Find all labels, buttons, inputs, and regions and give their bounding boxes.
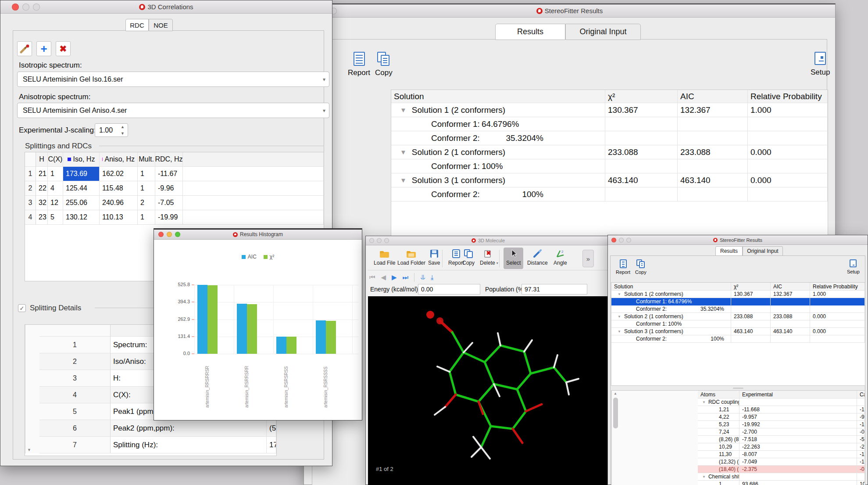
calculated-value[interactable]: -5.638 — [857, 436, 865, 443]
calculated-value[interactable]: -10.157 — [857, 406, 865, 413]
atoms-cell[interactable]: 1 — [698, 481, 739, 485]
aic-value[interactable]: 132.367 — [678, 103, 748, 117]
angle-button[interactable]: 2Angle — [551, 248, 570, 269]
cell-iso[interactable]: 125.44 — [63, 181, 100, 196]
verify-button[interactable] — [17, 41, 32, 56]
tab-original-input[interactable]: Original Input — [565, 24, 641, 40]
copy-button[interactable]: Copy — [635, 259, 647, 275]
calculated-value[interactable]: 100.910 — [857, 481, 865, 485]
atoms-cell[interactable]: 11,30 — [698, 451, 739, 458]
stepper-down-icon[interactable]: ▼ — [121, 131, 125, 136]
experimental-value[interactable]: -9.957 — [739, 413, 857, 421]
col-header-iso[interactable]: Iso, Hz — [63, 152, 100, 167]
tab-results[interactable]: Results — [495, 24, 565, 40]
calculated-value[interactable]: -0.432 — [857, 428, 865, 436]
cell-rdc[interactable]: -19.99 — [155, 210, 183, 225]
titlebar[interactable]: 3D Molecule — [366, 236, 611, 245]
molecule-canvas[interactable]: #1 of 2 — [368, 296, 610, 485]
detail-value[interactable]: 173.69 — [267, 437, 276, 453]
aic-value[interactable]: 463.140 — [771, 328, 810, 335]
cell-h[interactable]: 32 — [36, 196, 48, 210]
zoom-button[interactable] — [384, 238, 389, 243]
detail-property[interactable]: Splitting (Hz): — [111, 437, 267, 453]
chi2-value[interactable]: 463.140 — [731, 328, 771, 335]
col-header-rdc[interactable]: RDC, Hz — [155, 152, 183, 167]
jscaling-stepper[interactable]: 1.00 ▲ ▼ — [95, 123, 128, 137]
load-file-button[interactable]: Load File — [371, 248, 398, 269]
cell-cx[interactable]: 4 — [48, 181, 63, 196]
experimental-value[interactable]: -8.007 — [739, 451, 857, 458]
play-button[interactable]: ▶ — [392, 273, 397, 281]
scroll-thumb[interactable] — [613, 398, 618, 428]
close-button[interactable] — [369, 238, 374, 243]
save-button[interactable]: Save — [425, 248, 443, 269]
solution-row[interactable]: ▼Solution 3 (1 conformers) — [391, 173, 605, 187]
group-row[interactable]: ▼RDC couplings (Hz) — [698, 399, 739, 406]
minimize-button[interactable] — [619, 237, 624, 242]
distance-button[interactable]: Distance — [525, 248, 550, 269]
solution-row[interactable]: ▼Solution 3 (1 conformers) — [611, 328, 731, 335]
scrollbar-vertical[interactable]: ▲ — [611, 391, 698, 485]
titlebar[interactable]: 3D Correlations — [0, 0, 332, 14]
copy-button[interactable]: Copy — [375, 52, 393, 77]
cell-aniso[interactable]: 115.48 — [100, 181, 138, 196]
experimental-value[interactable]: 93.686 — [739, 481, 857, 485]
detail-value[interactable]: (5.889, -0.685) — [267, 420, 276, 437]
splitter-handle[interactable] — [611, 386, 865, 390]
prev-frame-button[interactable]: ◀ — [381, 273, 386, 281]
disclosure-triangle-icon[interactable]: ▼ — [702, 475, 706, 479]
probability-value[interactable]: 1.000 — [748, 103, 828, 117]
col-header-mult[interactable]: Mult. — [138, 152, 155, 167]
chi2-value[interactable]: 463.140 — [605, 173, 678, 187]
col-header-1[interactable]: Experimental — [739, 391, 857, 399]
conformer-row[interactable]: Conformer 1: 64.6796% — [611, 298, 731, 305]
cell-h[interactable]: 21 — [36, 167, 48, 181]
last-frame-button[interactable]: ⏭ — [403, 273, 409, 281]
atoms-cell[interactable]: 5,23 — [698, 421, 739, 428]
setup-button[interactable]: Setup — [847, 259, 860, 274]
cell-rdc[interactable]: -11.67 — [155, 167, 183, 181]
delete-button[interactable]: ✖Delete▾ — [477, 248, 501, 269]
disclosure-triangle-icon[interactable]: ▼ — [400, 148, 407, 156]
splitting-details-checkbox[interactable]: ✓ Splitting Details — [18, 304, 81, 313]
minimize-button[interactable] — [167, 232, 172, 237]
toolbar-overflow-button[interactable]: » — [582, 250, 594, 267]
chi2-value[interactable]: 130.367 — [605, 103, 678, 117]
col-header-2[interactable]: AIC — [678, 90, 748, 103]
cell-aniso[interactable]: 110.13 — [100, 210, 138, 225]
report-button[interactable]: Report — [348, 52, 370, 77]
report-button[interactable]: Report — [616, 259, 630, 275]
tab-results[interactable]: Results — [715, 246, 743, 256]
chi2-value[interactable]: 130.367 — [731, 291, 771, 298]
close-button[interactable] — [158, 232, 164, 237]
atoms-cell[interactable]: (8,26) (8,27) — [698, 436, 739, 443]
cell-aniso[interactable]: 240.96 — [100, 196, 138, 210]
zoom-button[interactable] — [175, 232, 180, 237]
cell-cx[interactable]: 1 — [48, 167, 63, 181]
cell-mult[interactable]: 1 — [138, 210, 155, 225]
probability-value[interactable]: 0.000 — [748, 173, 828, 187]
disclosure-triangle-icon[interactable]: ▼ — [400, 176, 407, 184]
isotropic-spectrum-select[interactable]: SELU Artemisinin Gel Iso.16.ser▾ — [17, 72, 329, 87]
cell-mult[interactable]: 1 — [138, 167, 155, 181]
probability-value[interactable]: 0.000 — [810, 328, 865, 335]
conformer-row[interactable]: Conformer 2:100% — [391, 187, 605, 201]
cell-mult[interactable]: 1 — [138, 181, 155, 196]
aic-value[interactable]: 463.140 — [678, 173, 748, 187]
tab-noe[interactable]: NOE — [149, 19, 173, 31]
cell-h[interactable]: 23 — [36, 210, 48, 225]
conformer-row[interactable]: Conformer 2:35.3204% — [391, 131, 605, 145]
col-header-0[interactable]: Solution — [391, 90, 605, 103]
calculated-value[interactable]: -20.537 — [857, 443, 865, 451]
cell-iso[interactable]: 255.06 — [63, 196, 100, 210]
close-button[interactable] — [12, 4, 19, 11]
zoom-button[interactable] — [626, 237, 631, 242]
cell-cx[interactable]: 12 — [48, 196, 63, 210]
calculated-value[interactable]: -9.359 — [857, 413, 865, 421]
detail-property[interactable]: Peak2 (ppm,ppm): — [111, 420, 267, 437]
align-button[interactable]: ⤓ — [431, 273, 434, 281]
col-header-cx[interactable]: C(X) — [48, 152, 63, 167]
cell-rdc[interactable]: -9.96 — [155, 181, 183, 196]
close-button[interactable] — [611, 237, 616, 242]
disclosure-triangle-icon[interactable]: ▼ — [618, 315, 621, 319]
